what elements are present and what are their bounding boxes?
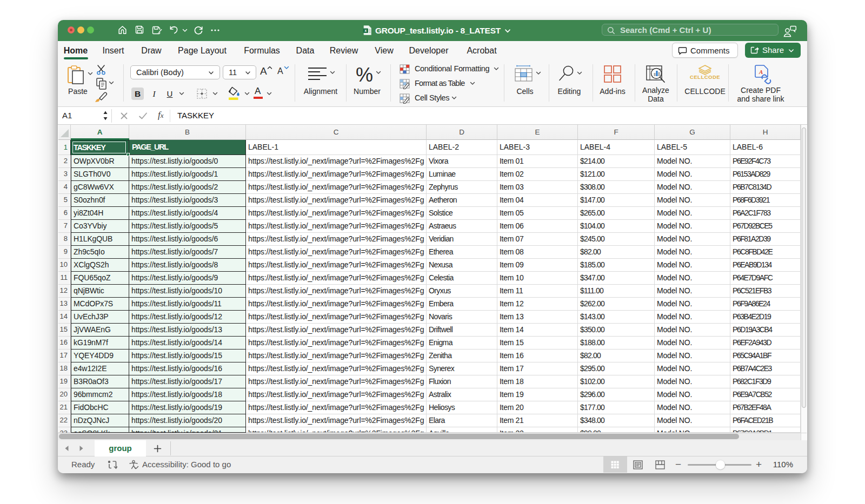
svg-text:A: A bbox=[758, 69, 763, 75]
svg-text:x: x bbox=[364, 29, 367, 32]
